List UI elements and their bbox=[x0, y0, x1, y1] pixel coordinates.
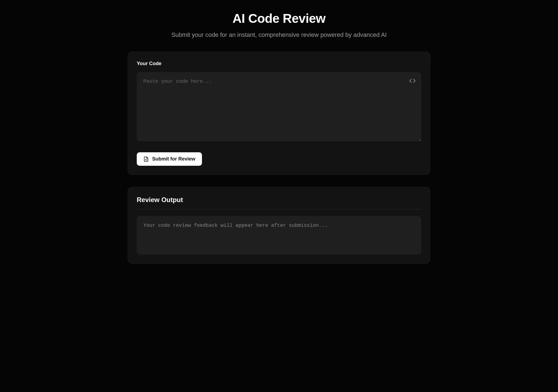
output-heading: Review Output bbox=[137, 196, 421, 204]
header: AI Code Review Submit your code for an i… bbox=[128, 11, 430, 38]
output-divider bbox=[137, 209, 421, 209]
input-card: Your Code Submit for Review bbox=[128, 52, 430, 175]
output-card: Review Output Your code review feedback … bbox=[128, 187, 430, 264]
submit-button-label: Submit for Review bbox=[152, 156, 195, 162]
submit-button[interactable]: Submit for Review bbox=[137, 152, 202, 166]
page-container: AI Code Review Submit your code for an i… bbox=[117, 11, 441, 264]
file-code-icon bbox=[143, 156, 149, 162]
code-input[interactable] bbox=[137, 72, 421, 141]
output-placeholder: Your code review feedback will appear he… bbox=[143, 223, 415, 228]
code-icon bbox=[409, 78, 416, 84]
page-title: AI Code Review bbox=[128, 11, 430, 26]
textarea-wrapper bbox=[137, 72, 421, 142]
output-box: Your code review feedback will appear he… bbox=[137, 216, 421, 255]
page-subtitle: Submit your code for an instant, compreh… bbox=[128, 31, 430, 38]
code-input-label: Your Code bbox=[137, 61, 421, 67]
